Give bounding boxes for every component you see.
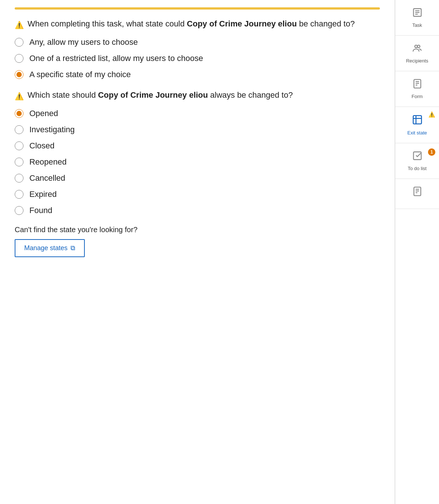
manage-states-label: Manage states xyxy=(24,244,68,252)
radio-investigating[interactable] xyxy=(15,125,23,134)
question2-text-before: Which state should xyxy=(28,90,98,100)
question2-text: ⚠️ Which state should Copy of Crime Jour… xyxy=(15,90,380,101)
question2-bold: Copy of Crime Journey eliou xyxy=(98,90,208,100)
sidebar-item-recipients[interactable]: Recipients xyxy=(395,36,439,71)
sidebar-task-label: Task xyxy=(412,22,422,28)
svg-rect-10 xyxy=(413,116,421,124)
option-specific[interactable]: A specific state of my choice xyxy=(15,70,380,79)
question1-block: ⚠️ When completing this task, what state… xyxy=(15,18,380,79)
sidebar-item-exit-state[interactable]: ⚠️ Exit state xyxy=(395,107,439,143)
option-closed-label[interactable]: Closed xyxy=(29,141,54,151)
recipients-icon xyxy=(412,43,422,56)
radio-restricted[interactable] xyxy=(15,54,23,63)
option-investigating[interactable]: Investigating xyxy=(15,125,380,134)
sidebar-todo-label: To do list xyxy=(408,166,427,171)
sidebar-recipients-label: Recipients xyxy=(406,58,428,64)
option-closed[interactable]: Closed xyxy=(15,141,380,151)
sidebar: Task Recipients Form ⚠️ xyxy=(395,0,439,504)
task-icon xyxy=(412,7,422,20)
sidebar-form-label: Form xyxy=(411,94,422,99)
option-expired-label[interactable]: Expired xyxy=(29,190,57,199)
option-found[interactable]: Found xyxy=(15,206,380,215)
radio-opened[interactable] xyxy=(15,109,23,118)
radio-specific[interactable] xyxy=(15,70,23,79)
option-expired[interactable]: Expired xyxy=(15,190,380,199)
manage-states-button[interactable]: Manage states ⧉ xyxy=(15,239,85,257)
option-found-label[interactable]: Found xyxy=(29,206,52,215)
sidebar-item-task[interactable]: Task xyxy=(395,0,439,36)
sidebar-item-form[interactable]: Form xyxy=(395,71,439,107)
option-specific-label[interactable]: A specific state of my choice xyxy=(29,70,131,79)
exit-warning-icon: ⚠️ xyxy=(428,111,435,118)
option-restricted[interactable]: One of a restricted list, allow my users… xyxy=(15,54,380,63)
cant-find-text: Can't find the state you're looking for? xyxy=(15,226,380,234)
radio-expired[interactable] xyxy=(15,190,23,199)
option-restricted-label[interactable]: One of a restricted list, allow my users… xyxy=(29,54,203,63)
svg-point-5 xyxy=(417,45,420,48)
question1-text-before: When completing this task, what state co… xyxy=(28,19,187,28)
option-any[interactable]: Any, allow my users to choose xyxy=(15,37,380,47)
sidebar-item-todo[interactable]: 1 To do list xyxy=(395,143,439,179)
option-cancelled[interactable]: Cancelled xyxy=(15,173,380,183)
option-opened-label[interactable]: Opened xyxy=(29,109,58,118)
radio-reopened[interactable] xyxy=(15,158,23,166)
todo-icon xyxy=(412,151,422,163)
option-investigating-label[interactable]: Investigating xyxy=(29,125,75,134)
svg-rect-13 xyxy=(413,152,421,160)
warning-icon-2: ⚠️ xyxy=(15,91,24,101)
sidebar-exit-state-label: Exit state xyxy=(407,130,427,136)
sidebar-item-extra[interactable] xyxy=(395,179,439,209)
todo-badge: 1 xyxy=(428,148,435,156)
option-reopened-label[interactable]: Reopened xyxy=(29,157,67,167)
option-cancelled-label[interactable]: Cancelled xyxy=(29,173,65,183)
question1-text-after: be changed to? xyxy=(297,19,355,28)
main-content: ⚠️ When completing this task, what state… xyxy=(0,0,395,504)
cant-find-section: Can't find the state you're looking for?… xyxy=(15,226,380,257)
radio-closed[interactable] xyxy=(15,141,23,150)
question2-block: ⚠️ Which state should Copy of Crime Jour… xyxy=(15,90,380,215)
question1-bold: Copy of Crime Journey eliou xyxy=(187,19,297,28)
option-opened[interactable]: Opened xyxy=(15,109,380,118)
form-icon xyxy=(412,79,422,91)
radio-cancelled[interactable] xyxy=(15,174,23,183)
question1-text: ⚠️ When completing this task, what state… xyxy=(15,18,380,30)
option-any-label[interactable]: Any, allow my users to choose xyxy=(29,37,138,47)
top-bar xyxy=(15,7,380,10)
exit-state-icon xyxy=(412,114,423,128)
question2-text-after: always be changed to? xyxy=(208,90,293,100)
extra-icon xyxy=(412,186,422,199)
radio-any[interactable] xyxy=(15,38,23,47)
radio-found[interactable] xyxy=(15,206,23,215)
option-reopened[interactable]: Reopened xyxy=(15,157,380,167)
external-link-icon: ⧉ xyxy=(70,244,75,252)
warning-icon-1: ⚠️ xyxy=(15,20,24,30)
